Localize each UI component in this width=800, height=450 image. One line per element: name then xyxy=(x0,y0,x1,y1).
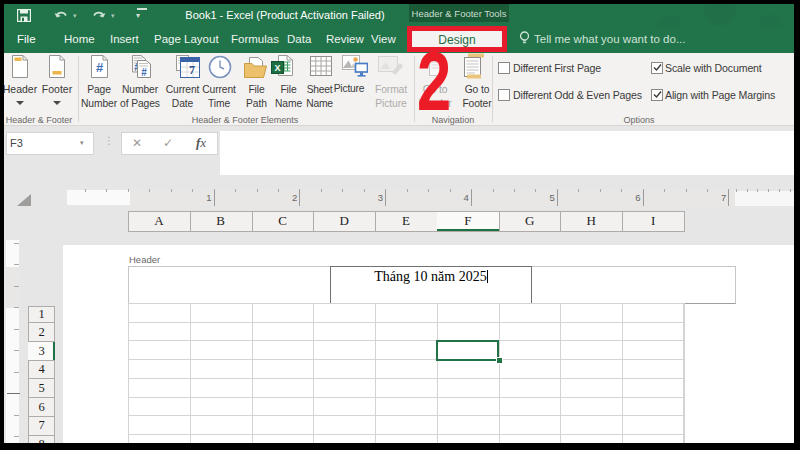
svg-text:X: X xyxy=(274,63,280,73)
svg-text:#: # xyxy=(96,60,104,75)
svg-text:#: # xyxy=(141,67,147,78)
svg-text:7: 7 xyxy=(189,63,195,77)
